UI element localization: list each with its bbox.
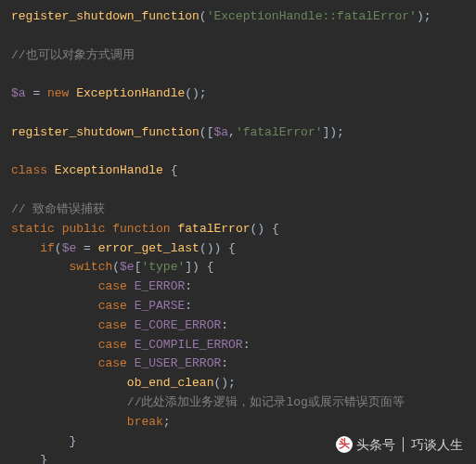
keyword: new bbox=[47, 86, 69, 100]
keyword: static bbox=[11, 222, 55, 236]
keyword: public bbox=[62, 222, 106, 236]
comment: //此处添加业务逻辑，如记录log或展示错误页面等 bbox=[127, 395, 405, 409]
separator-icon bbox=[403, 437, 404, 452]
string: 'fatalError' bbox=[236, 125, 323, 139]
constant: E_PARSE bbox=[135, 299, 186, 313]
variable: $e bbox=[120, 260, 135, 274]
watermark-author: 巧谈人生 bbox=[411, 434, 463, 455]
constant: E_ERROR bbox=[135, 279, 186, 293]
string: 'ExceptionHandle::fatalError' bbox=[207, 9, 417, 23]
keyword: break bbox=[127, 415, 163, 429]
keyword: switch bbox=[69, 260, 112, 274]
comment: //也可以对象方式调用 bbox=[11, 48, 135, 62]
keyword: class bbox=[11, 163, 47, 177]
variable: $a bbox=[213, 125, 228, 139]
constant: E_COMPILE_ERROR bbox=[135, 338, 243, 352]
fn-call: register_shutdown_function bbox=[11, 125, 199, 139]
keyword: case bbox=[98, 279, 127, 293]
keyword: case bbox=[98, 299, 127, 313]
code-block: register_shutdown_function('ExceptionHan… bbox=[0, 0, 476, 464]
keyword: case bbox=[98, 356, 127, 370]
string: 'type' bbox=[141, 260, 185, 274]
watermark: 头 头条号 巧谈人生 bbox=[336, 434, 463, 455]
class-name: ExceptionHandle bbox=[76, 86, 185, 100]
toutiao-logo-icon: 头 bbox=[336, 436, 353, 453]
fn-call: error_get_last bbox=[98, 241, 199, 255]
fn-name: fatalError bbox=[177, 222, 250, 236]
keyword: case bbox=[98, 338, 127, 352]
keyword: function bbox=[112, 222, 170, 236]
fn-call: ob_end_clean bbox=[127, 376, 214, 390]
variable: $e bbox=[62, 241, 77, 255]
constant: E_CORE_ERROR bbox=[135, 318, 222, 332]
keyword: if bbox=[40, 241, 55, 255]
watermark-brand: 头条号 bbox=[356, 434, 395, 455]
fn-call: register_shutdown_function bbox=[11, 9, 199, 23]
comment: // 致命错误捕获 bbox=[11, 202, 105, 216]
constant: E_USER_ERROR bbox=[135, 356, 222, 370]
class-name: ExceptionHandle bbox=[55, 163, 163, 177]
keyword: case bbox=[98, 318, 127, 332]
variable: $a bbox=[11, 86, 26, 100]
